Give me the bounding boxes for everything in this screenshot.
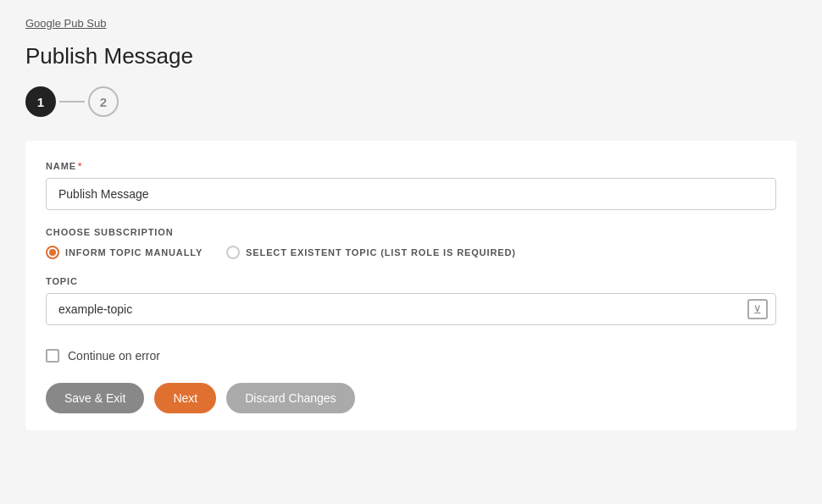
page-title: Publish Message <box>25 43 797 69</box>
continue-on-error-row: Continue on error <box>46 349 776 363</box>
topic-label: TOPIC <box>46 276 776 286</box>
save-exit-button[interactable]: Save & Exit <box>46 383 144 413</box>
step-2-circle: 2 <box>88 86 119 117</box>
name-label: NAME* <box>46 161 776 171</box>
radio-manual-label: INFORM TOPIC MANUALLY <box>65 247 203 258</box>
required-marker: * <box>78 161 82 171</box>
button-row: Save & Exit Next Discard Changes <box>46 383 776 413</box>
form-card: NAME* CHOOSE SUBSCRIPTION INFORM TOPIC M… <box>25 141 797 430</box>
radio-manual-dot <box>46 246 59 259</box>
step-1-circle: 1 <box>25 86 56 117</box>
topic-input[interactable] <box>46 293 776 325</box>
topic-validate-icon[interactable]: ⊻ <box>747 299 768 319</box>
topic-input-wrapper: ⊻ <box>46 293 776 325</box>
breadcrumb[interactable]: Google Pub Sub <box>25 17 797 30</box>
choose-subscription-group: CHOOSE SUBSCRIPTION INFORM TOPIC MANUALL… <box>46 227 776 259</box>
radio-existent-dot <box>226 246 240 259</box>
radio-group: INFORM TOPIC MANUALLY SELECT EXISTENT TO… <box>46 246 776 259</box>
discard-changes-button[interactable]: Discard Changes <box>226 383 354 413</box>
continue-on-error-label: Continue on error <box>68 349 160 363</box>
next-button[interactable]: Next <box>154 383 216 413</box>
steps-indicator: 1 2 <box>25 86 797 117</box>
choose-subscription-label: CHOOSE SUBSCRIPTION <box>46 227 776 237</box>
radio-existent-label: SELECT EXISTENT TOPIC (LIST ROLE IS REQU… <box>246 247 516 258</box>
step-connector <box>59 101 85 102</box>
radio-existent-option[interactable]: SELECT EXISTENT TOPIC (LIST ROLE IS REQU… <box>226 246 516 259</box>
name-field-group: NAME* <box>46 161 776 210</box>
radio-manual-option[interactable]: INFORM TOPIC MANUALLY <box>46 246 203 259</box>
name-input[interactable] <box>46 178 776 210</box>
continue-on-error-checkbox[interactable] <box>46 349 59 363</box>
topic-field-group: TOPIC ⊻ <box>46 276 776 325</box>
